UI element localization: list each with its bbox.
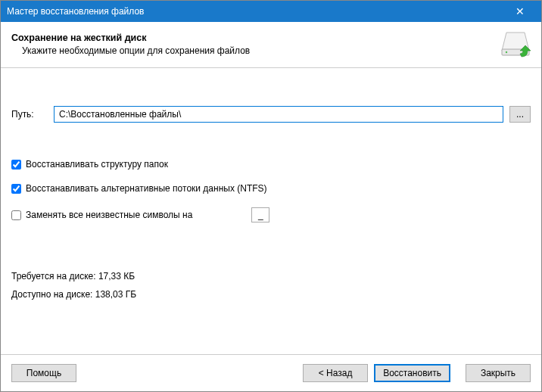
browse-button[interactable]: ... bbox=[509, 106, 531, 123]
header-text: Сохранение на жесткий диск Укажите необх… bbox=[11, 33, 500, 56]
path-label: Путь: bbox=[11, 109, 48, 120]
svg-point-1 bbox=[506, 51, 507, 53]
recover-button[interactable]: Восстановить bbox=[374, 364, 450, 382]
restore-alt-streams-label: Восстанавливать альтернативные потоки да… bbox=[26, 183, 267, 194]
help-button[interactable]: Помощь bbox=[11, 364, 76, 382]
restore-structure-label: Восстанавливать структуру папок bbox=[26, 159, 168, 170]
disk-required: Требуется на диске: 17,33 КБ bbox=[11, 271, 531, 282]
header-title: Сохранение на жесткий диск bbox=[11, 33, 500, 43]
disk-info: Требуется на диске: 17,33 КБ Доступно на… bbox=[11, 271, 531, 300]
path-row: Путь: ... bbox=[11, 106, 531, 123]
path-input[interactable] bbox=[54, 106, 503, 123]
replace-char-input[interactable] bbox=[251, 207, 269, 222]
restore-structure-checkbox[interactable] bbox=[11, 160, 21, 170]
back-button[interactable]: < Назад bbox=[303, 364, 368, 382]
disk-available: Доступно на диске: 138,03 ГБ bbox=[11, 289, 531, 300]
close-icon[interactable]: ✕ bbox=[505, 5, 535, 17]
replace-unknown-row[interactable]: Заменять все неизвестные символы на bbox=[11, 207, 531, 222]
options-group: Восстанавливать структуру папок Восстана… bbox=[11, 159, 531, 222]
restore-alt-streams-checkbox[interactable] bbox=[11, 184, 21, 194]
replace-unknown-label: Заменять все неизвестные символы на bbox=[26, 210, 192, 220]
window-title: Мастер восстановления файлов bbox=[7, 6, 505, 17]
close-button[interactable]: Закрыть bbox=[466, 364, 531, 382]
hard-disk-icon bbox=[500, 30, 531, 58]
footer: Помощь < Назад Восстановить Закрыть bbox=[1, 354, 541, 391]
restore-structure-row[interactable]: Восстанавливать структуру папок bbox=[11, 159, 531, 170]
wizard-header: Сохранение на жесткий диск Укажите необх… bbox=[1, 22, 541, 68]
content-area: Путь: ... Восстанавливать структуру папо… bbox=[1, 68, 541, 354]
replace-unknown-checkbox[interactable] bbox=[11, 210, 21, 220]
restore-alt-streams-row[interactable]: Восстанавливать альтернативные потоки да… bbox=[11, 183, 531, 194]
header-subtitle: Укажите необходимые опции для сохранения… bbox=[22, 45, 500, 56]
titlebar: Мастер восстановления файлов ✕ bbox=[1, 1, 541, 22]
